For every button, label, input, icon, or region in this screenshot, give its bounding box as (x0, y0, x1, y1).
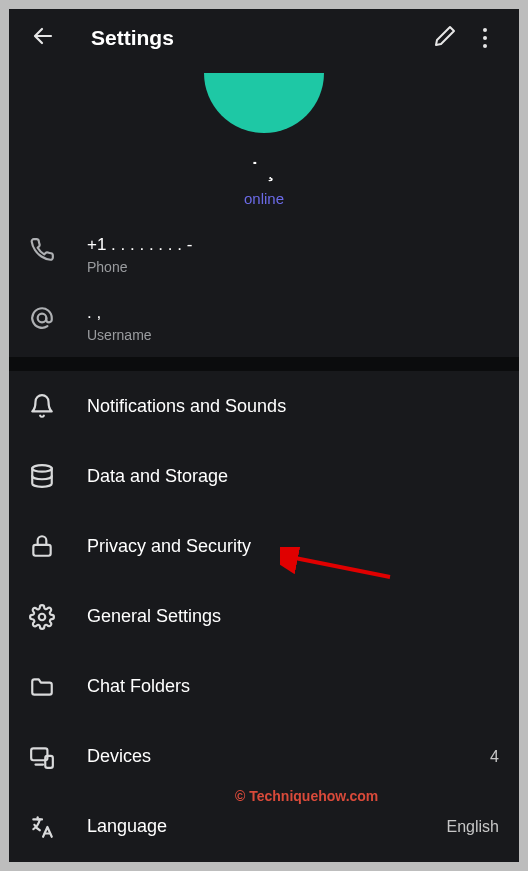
menu-privacy-security[interactable]: Privacy and Security (9, 511, 519, 581)
app-header: Settings (9, 9, 519, 67)
menu-label: General Settings (73, 606, 499, 627)
profile-name: ˙ ¸ (252, 159, 277, 182)
edit-button[interactable] (425, 18, 465, 58)
menu-language[interactable]: Language English (9, 792, 519, 862)
svg-rect-3 (33, 545, 50, 556)
menu-data-storage[interactable]: Data and Storage (9, 441, 519, 511)
page-title: Settings (91, 26, 425, 50)
menu-label: Chat Folders (73, 676, 499, 697)
menu-label: Notifications and Sounds (73, 396, 499, 417)
more-vertical-icon (483, 28, 487, 48)
phone-row[interactable]: +1 . . . . . . . . - Phone (9, 221, 519, 289)
svg-point-2 (32, 465, 52, 472)
menu-chat-folders[interactable]: Chat Folders (9, 652, 519, 722)
translate-icon (29, 814, 73, 840)
phone-label: Phone (87, 259, 192, 275)
section-divider (9, 357, 519, 371)
username-row[interactable]: . , Username (9, 289, 519, 357)
phone-icon (29, 235, 73, 263)
more-button[interactable] (465, 18, 505, 58)
svg-point-4 (39, 613, 46, 620)
folder-icon (29, 674, 73, 700)
devices-icon (29, 744, 73, 770)
pencil-icon (433, 24, 457, 52)
menu-devices[interactable]: Devices 4 (9, 722, 519, 792)
bell-icon (29, 393, 73, 419)
lock-icon (29, 533, 73, 559)
menu-label: Data and Storage (73, 466, 499, 487)
menu-label: Devices (73, 746, 490, 767)
avatar[interactable] (204, 73, 324, 133)
phone-value: +1 . . . . . . . . - (87, 235, 192, 255)
menu-label: Privacy and Security (73, 536, 499, 557)
profile-status: online (244, 190, 284, 207)
username-label: Username (87, 327, 152, 343)
menu-general-settings[interactable]: General Settings (9, 581, 519, 651)
language-value: English (447, 818, 499, 836)
devices-count: 4 (490, 748, 499, 766)
menu-notifications[interactable]: Notifications and Sounds (9, 371, 519, 441)
back-button[interactable] (23, 18, 63, 58)
arrow-left-icon (31, 24, 55, 52)
gear-icon (29, 604, 73, 630)
profile-section: ˙ ¸ online (9, 67, 519, 221)
username-value: . , (87, 303, 152, 323)
svg-point-1 (38, 314, 47, 323)
database-icon (29, 463, 73, 489)
at-icon (29, 303, 73, 331)
menu-label: Language (73, 816, 447, 837)
